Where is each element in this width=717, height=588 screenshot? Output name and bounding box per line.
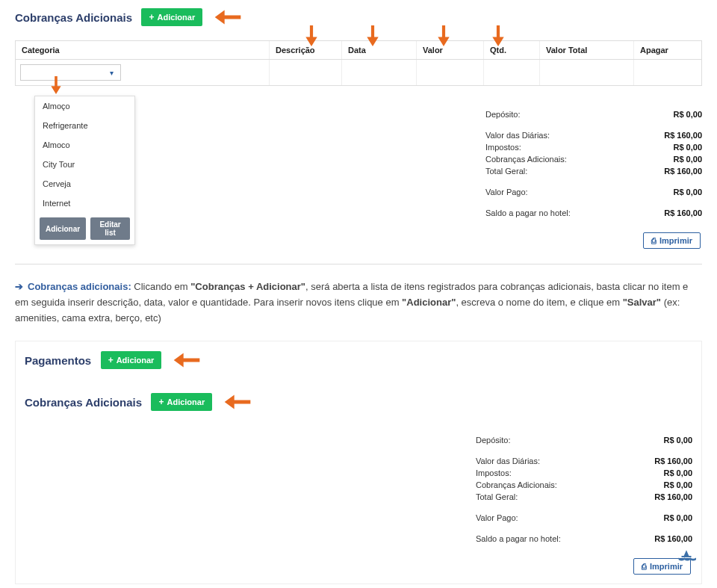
instr-text: Clicando em [131, 281, 190, 292]
value-impostos: R$ 0,00 [663, 468, 692, 477]
th-valor-total: Valor Total [540, 41, 634, 59]
instruction-paragraph: ➔Cobranças adicionais: Clicando em "Cobr… [15, 279, 702, 326]
label-totalgeral: Total Geral: [476, 492, 518, 501]
categoria-dropdown: Almoço Refrigerante Almoco City Tour Cer… [34, 96, 135, 245]
dropdown-add-button[interactable]: Adicionar [40, 217, 86, 240]
callout-arrow-icon [223, 392, 252, 412]
instr-keyword: "Salvar" [623, 297, 661, 308]
cobrancas-input-row: ▾ [15, 60, 702, 86]
instr-keyword: "Cobranças + Adicionar" [190, 281, 305, 292]
categoria-select[interactable]: ▾ [20, 64, 121, 81]
label-cobrancas: Cobranças Adicionais: [485, 155, 567, 164]
label-impostos: Impostos: [476, 468, 512, 477]
value-valorpago: R$ 0,00 [663, 513, 692, 522]
label-deposito: Depósito: [476, 436, 510, 445]
th-categoria: Categoria [16, 41, 270, 59]
dropdown-item[interactable]: Refrigerante [35, 116, 134, 135]
label-saldo: Saldo a pagar no hotel: [485, 208, 571, 217]
print-button[interactable]: ⎙ Imprimir [643, 232, 701, 249]
th-apagar: Apagar [634, 41, 701, 59]
label-totalgeral: Total Geral: [485, 167, 527, 176]
value-cobrancas: R$ 0,00 [673, 155, 702, 164]
value-valorpago: R$ 0,00 [673, 188, 702, 196]
screenshot-pagamentos: Pagamentos + Adicionar Cobranças Adicion… [15, 341, 702, 584]
arrow-down-icon [364, 25, 381, 46]
dropdown-item[interactable]: Internet [35, 194, 134, 213]
label-valorpago: Valor Pago: [485, 188, 528, 196]
dropdown-item[interactable]: Almoco [35, 135, 134, 155]
value-diarias: R$ 160,00 [664, 131, 702, 140]
label-cobrancas: Cobranças Adicionais: [476, 480, 557, 489]
dropdown-item[interactable]: Almoço [35, 96, 134, 116]
add-label: Adicionar [117, 356, 155, 365]
screenshot-cobrancas: Cobranças Adicionais + Adicionar Categor… [15, 7, 702, 249]
add-label: Adicionar [167, 397, 205, 406]
callout-arrow-icon [173, 350, 201, 370]
label-saldo: Saldo a pagar no hotel: [476, 534, 561, 543]
arrow-down-icon [49, 76, 63, 97]
cobrancas-title: Cobranças Adicionais [15, 11, 132, 24]
dropdown-item[interactable]: Cerveja [35, 174, 134, 194]
svg-rect-0 [682, 556, 692, 557]
value-saldo: R$ 160,00 [654, 534, 692, 543]
cobrancas2-title: Cobranças Adicionais [25, 396, 142, 409]
dropdown-edit-button[interactable]: Editar list [90, 217, 130, 240]
print-icon: ⎙ [651, 236, 657, 245]
add-cobranca2-button[interactable]: + Adicionar [151, 393, 212, 411]
arrow-down-icon [303, 25, 320, 46]
value-impostos: R$ 0,00 [673, 143, 702, 152]
label-diarias: Valor das Diárias: [476, 457, 540, 465]
plus-icon: + [158, 397, 164, 407]
dropdown-item[interactable]: City Tour [35, 155, 134, 174]
label-deposito: Depósito: [485, 110, 520, 119]
totals-panel-2: Depósito:R$ 0,00 Valor das Diárias:R$ 16… [476, 434, 692, 545]
value-deposito: R$ 0,00 [663, 436, 692, 445]
value-totalgeral: R$ 160,00 [654, 492, 692, 501]
print-label: Imprimir [659, 236, 692, 245]
cobrancas-table-header: Categoria Descrição Data Valor Qtd. Valo… [15, 40, 702, 60]
label-diarias: Valor das Diárias: [485, 131, 550, 140]
add-cobranca-button[interactable]: + Adicionar [141, 8, 202, 26]
print-icon: ⎙ [642, 562, 647, 571]
instr-text: , escreva o nome do item, e clique em [456, 297, 622, 308]
instr-keyword: "Adicionar" [402, 297, 456, 308]
callout-arrow-icon [214, 7, 242, 27]
instr-lead: Cobranças adicionais: [28, 281, 131, 292]
label-impostos: Impostos: [485, 143, 521, 152]
value-saldo: R$ 160,00 [664, 208, 702, 217]
plus-icon: + [108, 355, 114, 365]
value-totalgeral: R$ 160,00 [664, 167, 702, 176]
value-diarias: R$ 160,00 [654, 457, 692, 465]
arrow-down-icon [490, 25, 506, 46]
add-label: Adicionar [157, 13, 195, 22]
value-deposito: R$ 0,00 [673, 110, 702, 119]
chevron-down-icon: ▾ [110, 69, 117, 76]
add-pagamento-button[interactable]: + Adicionar [101, 351, 162, 369]
value-cobrancas: R$ 0,00 [663, 480, 692, 489]
label-valorpago: Valor Pago: [476, 513, 518, 522]
totals-panel: Depósito:R$ 0,00 Valor das Diárias:R$ 16… [485, 108, 702, 219]
arrow-down-icon [435, 25, 452, 46]
plus-icon: + [149, 12, 154, 22]
pagamentos-title: Pagamentos [25, 354, 91, 367]
brand-logo-icon [677, 546, 696, 566]
bullet-arrow-icon: ➔ [15, 279, 23, 295]
